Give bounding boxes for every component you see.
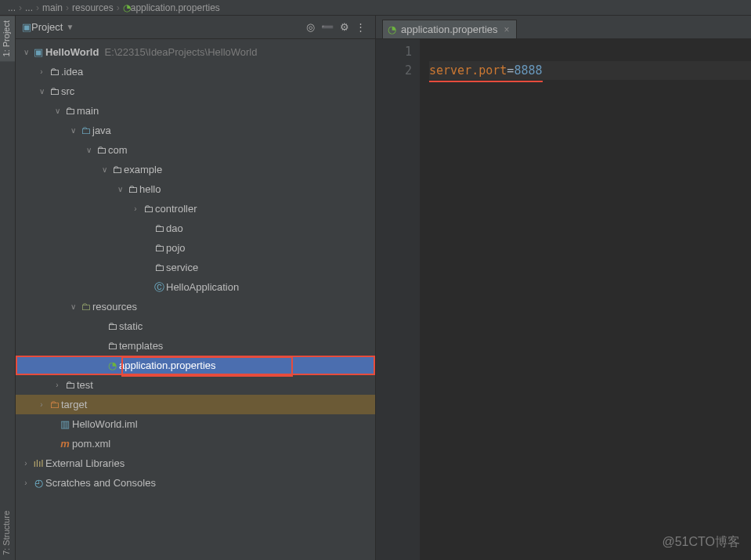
tree-com[interactable]: ∨🗀com xyxy=(16,140,375,160)
tree-java[interactable]: ∨🗀java xyxy=(16,121,375,140)
tree-iml[interactable]: ▥HelloWorld.iml xyxy=(16,414,375,434)
line-number: 2 xyxy=(376,61,412,80)
tree-dao[interactable]: 🗀dao xyxy=(16,219,375,238)
settings-icon[interactable]: ⚙ xyxy=(340,21,349,33)
tree-controller[interactable]: ›🗀controller xyxy=(16,199,375,219)
package-icon: 🗀 xyxy=(125,183,139,195)
target-folder-icon: 🗀 xyxy=(47,399,61,410)
breadcrumb-bar: ...› ...› main› resources› ◔ application… xyxy=(0,0,751,16)
tree-hello[interactable]: ∨🗀hello xyxy=(16,179,375,199)
crumb-main[interactable]: main xyxy=(42,2,63,13)
tree-resources[interactable]: ∨🗀resources xyxy=(16,297,375,316)
editor-area: ◔ application.properties × 1 2 server.po… xyxy=(376,16,751,560)
src-folder-icon: 🗀 xyxy=(78,125,92,136)
crumb-resources[interactable]: resources xyxy=(72,2,114,13)
close-icon[interactable]: × xyxy=(504,24,510,35)
gutter: 1 2 xyxy=(376,39,420,560)
folder-icon: 🗀 xyxy=(47,66,61,78)
package-icon: 🗀 xyxy=(141,203,155,215)
spring-icon: ◔ xyxy=(105,359,119,371)
folder-icon: 🗀 xyxy=(63,105,77,117)
line-number: 1 xyxy=(376,42,412,61)
project-icon: ▣ xyxy=(22,21,31,33)
tree-target[interactable]: ›🗀target xyxy=(16,395,375,414)
tab-structure[interactable]: 7: Structure xyxy=(0,506,15,560)
tree-static[interactable]: 🗀static xyxy=(16,316,375,336)
tree-service[interactable]: 🗀service xyxy=(16,258,375,277)
tree-example[interactable]: ∨🗀example xyxy=(16,160,375,179)
resources-icon: 🗀 xyxy=(78,301,92,313)
locate-icon[interactable]: ◎ xyxy=(306,21,315,33)
crumb-final[interactable]: application.properties xyxy=(131,2,220,13)
maven-icon: m xyxy=(58,438,72,450)
project-panel-header: ▣ Project ▼ ◎ ➖ ⚙ ⋮ xyxy=(16,16,375,39)
library-icon: ılıl xyxy=(31,457,45,469)
project-panel: ▣ Project ▼ ◎ ➖ ⚙ ⋮ ∨▣HelloWorld E:\2231… xyxy=(16,16,376,560)
tab-label: application.properties xyxy=(401,23,498,35)
tree-scratches[interactable]: ›◴Scratches and Consoles xyxy=(16,473,375,493)
folder-icon: 🗀 xyxy=(47,85,61,97)
tab-project[interactable]: 1: Project xyxy=(0,16,15,61)
package-icon: 🗀 xyxy=(110,164,124,175)
tree-root[interactable]: ∨▣HelloWorld E:\22315\IdeaProjects\Hello… xyxy=(16,42,375,62)
crumb-part[interactable]: ... xyxy=(25,2,33,13)
tree-external-libs[interactable]: ›ılılExternal Libraries xyxy=(16,453,375,473)
tree-src[interactable]: ∨🗀src xyxy=(16,81,375,101)
code-line-1 xyxy=(429,42,751,61)
project-tree: ∨▣HelloWorld E:\22315\IdeaProjects\Hello… xyxy=(16,39,375,560)
tree-main[interactable]: ∨🗀main xyxy=(16,101,375,121)
code-line-2: server.port=8888 xyxy=(429,61,751,80)
package-icon: 🗀 xyxy=(152,242,166,254)
folder-icon: 🗀 xyxy=(63,379,77,391)
code-text[interactable]: server.port=8888 xyxy=(420,39,751,560)
class-icon: Ⓒ xyxy=(152,280,166,294)
watermark: @51CTO博客 xyxy=(662,534,740,551)
iml-icon: ▥ xyxy=(58,418,72,430)
chevron-down-icon[interactable]: ▼ xyxy=(66,23,74,31)
editor-tabs: ◔ application.properties × xyxy=(376,16,751,39)
tree-pojo[interactable]: 🗀pojo xyxy=(16,238,375,258)
tree-pom[interactable]: mpom.xml xyxy=(16,434,375,453)
tree-test[interactable]: ›🗀test xyxy=(16,375,375,395)
tree-app-properties[interactable]: ◔application.properties xyxy=(16,356,375,375)
collapse-icon[interactable]: ➖ xyxy=(321,21,334,33)
left-tab-strip: 1: Project 7: Structure xyxy=(0,16,16,560)
more-icon[interactable]: ⋮ xyxy=(356,21,366,33)
spring-icon: ◔ xyxy=(123,2,131,13)
editor-tab-app-properties[interactable]: ◔ application.properties × xyxy=(382,20,517,38)
folder-icon: 🗀 xyxy=(105,340,119,352)
crumb-part[interactable]: ... xyxy=(8,2,16,13)
package-icon: 🗀 xyxy=(152,262,166,273)
package-icon: 🗀 xyxy=(152,222,166,234)
folder-icon: 🗀 xyxy=(105,320,119,332)
code-editor[interactable]: 1 2 server.port=8888 xyxy=(376,39,751,560)
package-icon: 🗀 xyxy=(94,144,108,156)
spring-icon: ◔ xyxy=(388,23,396,35)
project-panel-title[interactable]: Project xyxy=(31,21,63,33)
tree-idea[interactable]: ›🗀.idea xyxy=(16,62,375,81)
module-icon: ▣ xyxy=(31,46,45,58)
scratch-icon: ◴ xyxy=(31,477,45,489)
tree-helloapp[interactable]: ⒸHelloApplication xyxy=(16,277,375,297)
tree-templates[interactable]: 🗀templates xyxy=(16,336,375,356)
